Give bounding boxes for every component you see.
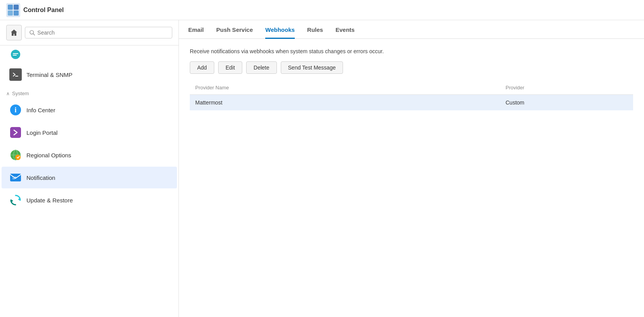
notification-icon [9,171,22,184]
search-input[interactable] [37,30,168,36]
tab-push-service[interactable]: Push Service [216,20,253,39]
login-portal-icon [9,126,22,139]
home-icon [10,29,18,37]
login-portal-icon-svg [9,126,22,139]
sidebar-item-login-portal-label: Login Portal [26,129,58,136]
sidebar-item-update-restore[interactable]: Update & Restore [2,189,177,211]
tab-rules[interactable]: Rules [307,20,323,39]
sidebar-item-login-portal[interactable]: Login Portal [2,122,177,143]
sidebar-item-info-center[interactable]: i Info Center [2,99,177,121]
cell-provider-name: Mattermost [190,95,500,111]
logo-icon [6,3,20,17]
sidebar-item-info-center-label: Info Center [26,107,55,113]
sidebar-item-terminal[interactable]: Terminal & SNMP [2,64,177,85]
svg-rect-8 [13,53,18,54]
content-body: Receive notifications via webhooks when … [179,39,644,317]
col-header-provider: Provider [500,81,633,95]
description-text: Receive notifications via webhooks when … [190,48,633,54]
update-icon [9,194,22,206]
sidebar-item-regional-options[interactable]: Regional Options [2,144,177,166]
tab-events[interactable]: Events [336,20,355,39]
tab-email[interactable]: Email [188,20,204,39]
app-header: Control Panel [0,0,644,20]
sidebar-item-notification[interactable]: Notification [2,167,177,188]
sidebar-item-terminal-label: Terminal & SNMP [26,71,72,78]
sidebar-item-notification-label: Notification [26,174,55,181]
search-icon [29,30,35,36]
partial-icon [9,48,22,61]
app-logo: Control Panel [6,3,64,17]
partial-icon-svg [10,49,21,60]
cell-provider: Custom [500,95,633,111]
info-center-icon: i [9,104,22,116]
content-area: Email Push Service Webhooks Rules Events… [179,20,644,317]
regional-icon [9,149,22,161]
terminal-icon [9,68,22,81]
edit-button[interactable]: Edit [218,61,242,74]
sidebar: Terminal & SNMP ∧ System i Info Center [0,20,179,317]
app-title: Control Panel [23,7,64,14]
svg-rect-3 [8,10,13,16]
table-row[interactable]: Mattermost Custom [190,95,633,111]
delete-button[interactable]: Delete [246,61,276,74]
svg-marker-22 [11,199,13,202]
main-layout: Terminal & SNMP ∧ System i Info Center [0,20,644,317]
svg-rect-19 [12,177,16,178]
svg-rect-2 [14,5,19,10]
svg-line-6 [33,34,35,35]
system-section-header: ∧ System [0,86,178,99]
svg-rect-13 [10,127,21,138]
action-buttons: Add Edit Delete Send Test Message [190,61,633,74]
webhooks-table: Provider Name Provider Mattermost Custom [190,81,633,110]
info-center-icon-svg: i [9,104,22,116]
send-test-button[interactable]: Send Test Message [281,61,343,74]
search-box[interactable] [25,27,172,38]
svg-rect-4 [14,10,19,16]
home-button[interactable] [6,25,22,40]
sidebar-item-update-restore-label: Update & Restore [26,197,73,204]
tab-webhooks[interactable]: Webhooks [265,20,295,39]
chevron-icon: ∧ [6,91,10,96]
sidebar-search-row [0,20,178,45]
svg-rect-9 [13,55,17,56]
sidebar-item-partial[interactable] [2,46,177,63]
svg-rect-20 [12,178,15,179]
svg-text:i: i [14,106,16,114]
sidebar-item-regional-options-label: Regional Options [26,152,71,158]
system-label: System [12,91,29,96]
regional-icon-svg [9,149,22,161]
update-icon-svg [9,194,22,206]
svg-point-17 [15,155,21,160]
col-header-provider-name: Provider Name [190,81,500,95]
add-button[interactable]: Add [190,61,214,74]
svg-rect-1 [8,5,13,10]
svg-marker-21 [18,198,20,201]
terminal-icon-svg [12,71,19,78]
svg-point-7 [11,50,20,59]
notification-icon-svg [9,171,22,184]
tabs-bar: Email Push Service Webhooks Rules Events [179,20,644,39]
